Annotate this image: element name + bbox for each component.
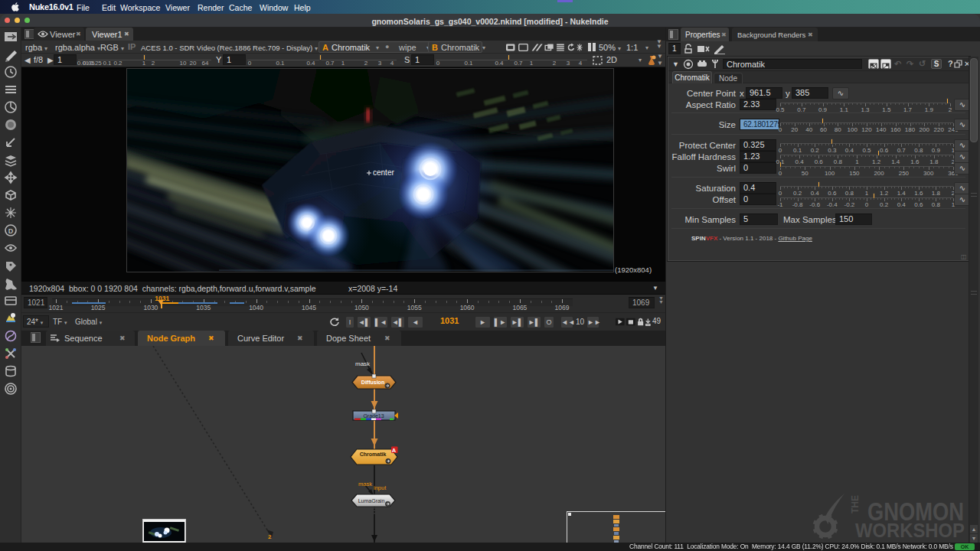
- svg-text:Chromatik: Chromatik: [360, 452, 387, 457]
- svg-text:center: center: [373, 168, 394, 177]
- svg-text:THE: THE: [849, 495, 861, 514]
- svg-text:D: D: [8, 227, 14, 235]
- svg-text:LumaGrain: LumaGrain: [358, 498, 385, 504]
- svg-text:2: 2: [268, 533, 272, 540]
- svg-text:input: input: [374, 484, 387, 491]
- svg-text:Diffusion: Diffusion: [361, 380, 384, 385]
- svg-text:A: A: [392, 447, 397, 454]
- svg-text:mask: mask: [355, 360, 371, 367]
- svg-text:Grade13: Grade13: [363, 413, 384, 419]
- svg-text:mask: mask: [358, 481, 372, 487]
- svg-text:WORKSHOP: WORKSHOP: [855, 520, 965, 541]
